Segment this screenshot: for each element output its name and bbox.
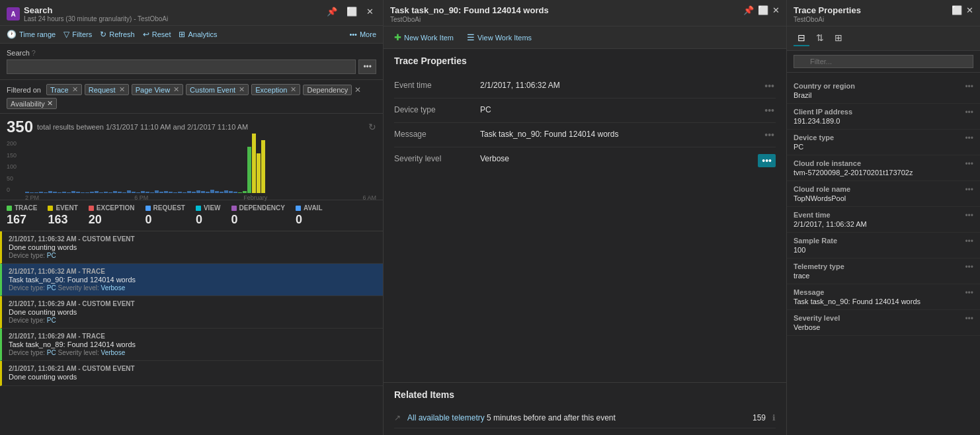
related-row-1[interactable]: ↗ All available telemetry 5 minutes befo… [394, 408, 776, 428]
right-prop-more-country[interactable]: ••• [965, 82, 973, 91]
summary-trace[interactable]: TRACE 167 [7, 204, 37, 227]
prop-value-message: Task task_no_90: Found 124014 words [480, 130, 756, 139]
reset-button[interactable]: ↩ Reset [143, 30, 171, 39]
event-item-4[interactable]: 2/1/2017, 11:06:29 AM - TRACE Task task_… [0, 329, 383, 361]
prop-more-eventtime[interactable]: ••• [763, 81, 776, 91]
chart-bar-51 [261, 140, 265, 193]
new-work-item-button[interactable]: ✚ New Work Item [390, 30, 458, 44]
right-props-list: Country or region Brazil ••• Client IP a… [787, 73, 980, 435]
right-prop-more-devicetype[interactable]: ••• [965, 134, 973, 143]
refresh-button[interactable]: ↻ Refresh [100, 30, 135, 39]
middle-close-button[interactable]: ✕ [772, 5, 780, 15]
right-prop-more-severity[interactable]: ••• [965, 314, 973, 323]
remove-avail-filter[interactable]: ✕ [47, 99, 53, 108]
chart-bar-26 [145, 192, 149, 193]
chart-bar-19 [113, 191, 117, 193]
filter-tag-pageview[interactable]: Page View✕ [132, 84, 183, 95]
event-item-1[interactable]: 2/1/2017, 11:06:32 AM - CUSTOM EVENT Don… [0, 231, 383, 264]
results-count: 350 [7, 118, 33, 136]
summary-event[interactable]: EVENT 163 [48, 204, 77, 227]
right-prop-more-cloudrole[interactable]: ••• [965, 159, 973, 169]
prop-actions-eventtime: ••• [763, 81, 776, 91]
maximize-button[interactable]: ⬜ [344, 5, 360, 18]
remove-pageview-filter[interactable]: ✕ [173, 85, 179, 94]
event-item-3[interactable]: 2/1/2017, 11:06:29 AM - CUSTOM EVENT Don… [0, 296, 383, 329]
right-prop-value-samplerate: 100 [794, 246, 837, 254]
trace-dot [7, 206, 12, 211]
prop-value-devicetype: PC [480, 105, 756, 114]
chart-bar-13 [85, 192, 89, 193]
filter-tag-availability[interactable]: Availability✕ [7, 98, 57, 109]
analytics-icon: ⊞ [179, 30, 185, 39]
right-title: Trace Properties [794, 5, 861, 15]
summary-request[interactable]: REQUEST 0 [145, 204, 185, 227]
summary-view[interactable]: VIEW 0 [196, 204, 221, 227]
view-tab-grid[interactable]: ⊞ [831, 30, 846, 46]
remove-customevent-filter[interactable]: ✕ [239, 85, 245, 94]
filter-tag-exception[interactable]: Exception✕ [251, 84, 300, 95]
middle-pin-button[interactable]: 📌 [743, 5, 754, 15]
middle-maximize-button[interactable]: ⬜ [758, 5, 768, 15]
event-timestamp-4: 2/1/2017, 11:06:29 AM - TRACE [9, 333, 376, 340]
list-icon: ☰ [467, 32, 475, 42]
chart-bar-4 [44, 192, 48, 193]
event-message-3: Done counting words [9, 308, 376, 316]
right-prop-more-message[interactable]: ••• [965, 288, 973, 297]
filter-tag-customevent[interactable]: Custom Event✕ [186, 84, 249, 95]
right-panel: Trace Properties TestOboAi ⬜ ✕ ⊟ ⇅ ⊞ 🔍 C… [787, 0, 980, 435]
remove-all-filters-btn[interactable]: ✕ [354, 85, 361, 95]
right-header: Trace Properties TestOboAi ⬜ ✕ [787, 0, 980, 26]
summary-dependency[interactable]: DEPENDENCY 0 [231, 204, 285, 227]
chart-bar-39 [206, 192, 210, 193]
right-prop-name-samplerate: Sample Rate [794, 237, 837, 245]
pin-button[interactable]: 📌 [324, 5, 340, 18]
filters-button[interactable]: ▽ Filters [63, 30, 92, 39]
prop-more-message[interactable]: ••• [763, 130, 776, 140]
right-close-button[interactable]: ✕ [966, 5, 973, 15]
middle-title-area: Task task_no_90: Found 124014 words Test… [390, 5, 549, 23]
remove-request-filter[interactable]: ✕ [119, 85, 125, 94]
request-dot [145, 206, 151, 211]
prop-actions-message: ••• [763, 130, 776, 140]
right-maximize-button[interactable]: ⬜ [952, 5, 962, 15]
chart-bar-46 [238, 192, 242, 193]
remove-exception-filter[interactable]: ✕ [290, 85, 296, 94]
more-button[interactable]: ••• More [349, 30, 376, 38]
filter-tag-request[interactable]: Request✕ [85, 84, 129, 95]
right-prop-eventtime: Event time 2/1/2017, 11:06:32 AM ••• [787, 207, 980, 233]
right-prop-more-samplerate[interactable]: ••• [965, 237, 973, 246]
summary-exception[interactable]: EXCEPTION 20 [89, 204, 135, 227]
right-prop-name-severity: Severity level [794, 314, 840, 322]
view-tab-properties[interactable]: ⊟ [794, 30, 809, 46]
filter-tag-trace[interactable]: Trace✕ [46, 84, 82, 95]
remove-trace-filter[interactable]: ✕ [72, 85, 78, 94]
prop-more-devicetype[interactable]: ••• [763, 105, 776, 116]
left-title-area: A Search Last 24 hours (30 minute granul… [7, 5, 168, 22]
right-title-area: Trace Properties TestOboAi [794, 5, 861, 23]
event-item-2[interactable]: 2/1/2017, 11:06:32 AM - TRACE Task task_… [0, 264, 383, 296]
search-options-button[interactable]: ••• [358, 59, 376, 74]
right-prop-more-clientip[interactable]: ••• [965, 108, 973, 117]
refresh-results-icon[interactable]: ↻ [368, 122, 376, 132]
prop-actions-devicetype: ••• [763, 105, 776, 116]
filter-input[interactable] [794, 55, 973, 68]
view-tab-sort[interactable]: ⇅ [812, 30, 828, 46]
right-window-controls: ⬜ ✕ [952, 5, 973, 15]
right-prop-name-message: Message [794, 288, 920, 296]
analytics-button[interactable]: ⊞ Analytics [179, 30, 217, 39]
right-prop-more-eventtime[interactable]: ••• [965, 211, 973, 220]
right-prop-name-cloudrole: Cloud role instance [794, 159, 913, 167]
event-item-5[interactable]: 2/1/2017, 11:06:21 AM - CUSTOM EVENT Don… [0, 361, 383, 386]
view-work-items-button[interactable]: ☰ View Work Items [463, 30, 536, 44]
time-range-button[interactable]: 🕐 Time range [7, 30, 56, 39]
chart-bar-12 [81, 192, 85, 193]
search-input[interactable] [7, 59, 356, 74]
prop-row-message: Message Task task_no_90: Found 124014 wo… [394, 123, 776, 147]
summary-avail[interactable]: AVAIL 0 [296, 204, 323, 227]
right-prop-more-cloudrolename[interactable]: ••• [965, 185, 973, 194]
panel-window-controls: 📌 ⬜ ✕ [324, 5, 376, 18]
chart-y-labels: 200 150 100 50 0 [7, 140, 17, 193]
right-prop-more-telemetrytype[interactable]: ••• [965, 262, 973, 272]
close-button[interactable]: ✕ [364, 5, 376, 18]
prop-more-severity-active[interactable]: ••• [758, 154, 776, 167]
